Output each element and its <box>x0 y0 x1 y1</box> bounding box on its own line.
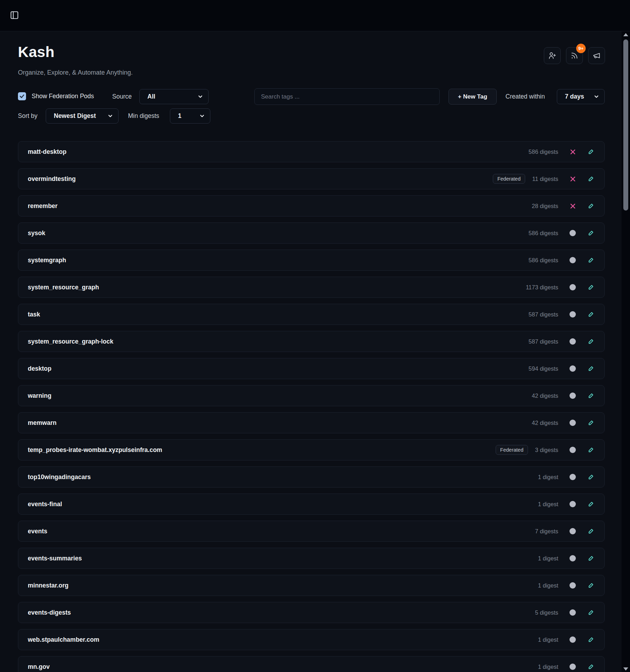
sort-by-label: Sort by <box>18 112 37 120</box>
tag-row: system_resource_graph-lock 587 digests <box>18 331 605 352</box>
digest-count: 3 digests <box>535 447 558 453</box>
delete-tag-button[interactable] <box>569 203 577 209</box>
edit-tag-button[interactable] <box>587 501 595 508</box>
digest-count: 1 digest <box>538 555 558 562</box>
scroll-down-arrow-icon[interactable] <box>623 667 628 671</box>
edit-tag-button[interactable] <box>587 419 595 426</box>
close-icon <box>569 203 576 209</box>
digest-count: 42 digests <box>532 420 558 426</box>
source-label: Source <box>112 93 132 100</box>
pencil-icon <box>587 338 594 345</box>
source-select[interactable]: All <box>139 89 209 104</box>
min-digests-label: Min digests <box>128 112 159 120</box>
feed-button[interactable]: 9+ <box>566 47 583 64</box>
sort-by-select[interactable]: Newest Digest <box>46 108 119 124</box>
delete-tag-button[interactable] <box>569 176 577 182</box>
pencil-icon <box>587 636 594 643</box>
tag-name: events-summaries <box>28 555 538 562</box>
tag-name: events-digests <box>28 609 535 616</box>
digest-count: 586 digests <box>529 257 558 264</box>
edit-tag-button[interactable] <box>587 175 595 182</box>
edit-tag-button[interactable] <box>587 338 595 345</box>
scroll-up-arrow-icon[interactable] <box>623 33 628 36</box>
tag-name: remember <box>28 202 532 210</box>
edit-tag-button[interactable] <box>587 148 595 155</box>
status-indicator <box>569 636 577 643</box>
edit-tag-button[interactable] <box>587 392 595 399</box>
status-dot-icon <box>569 447 576 453</box>
notification-badge: 9+ <box>576 44 586 53</box>
edit-tag-button[interactable] <box>587 663 595 670</box>
edit-tag-button[interactable] <box>587 555 595 562</box>
pencil-icon <box>587 446 594 453</box>
page-title: Kash <box>18 44 55 61</box>
created-within-select[interactable]: 7 days <box>557 89 605 104</box>
tag-name: minnestar.org <box>28 582 538 589</box>
pencil-icon <box>587 609 594 616</box>
edit-tag-button[interactable] <box>587 473 595 481</box>
tag-row: task 587 digests <box>18 304 605 325</box>
digest-count: 1 digest <box>538 501 558 508</box>
tag-name: memwarn <box>28 419 532 427</box>
edit-tag-button[interactable] <box>587 609 595 616</box>
scrollbar-thumb[interactable] <box>623 39 628 211</box>
digest-count: 586 digests <box>529 149 558 155</box>
announcements-button[interactable] <box>588 47 605 64</box>
pencil-icon <box>587 419 594 426</box>
tag-row: warning 42 digests <box>18 385 605 406</box>
tag-row: top10wingadingacars 1 digest <box>18 466 605 488</box>
digest-count: 11 digests <box>532 176 558 182</box>
add-user-button[interactable] <box>544 47 561 64</box>
search-input[interactable] <box>254 88 440 105</box>
status-dot-icon <box>569 420 576 426</box>
checkbox-checked-icon[interactable] <box>18 92 26 100</box>
pencil-icon <box>587 257 594 264</box>
tag-row: matt-desktop 586 digests <box>18 141 605 162</box>
digest-count: 28 digests <box>532 203 558 209</box>
pencil-icon <box>587 528 594 535</box>
sidebar-toggle-icon[interactable] <box>9 10 20 20</box>
status-indicator <box>569 609 577 616</box>
tag-name: overmindtesting <box>28 175 493 183</box>
rss-icon <box>571 52 578 59</box>
status-dot-icon <box>569 582 576 589</box>
status-indicator <box>569 284 577 290</box>
status-dot-icon <box>569 474 576 480</box>
tag-row: desktop 594 digests <box>18 358 605 379</box>
edit-tag-button[interactable] <box>587 528 595 535</box>
pencil-icon <box>587 311 594 318</box>
edit-tag-button[interactable] <box>587 582 595 589</box>
edit-tag-button[interactable] <box>587 257 595 264</box>
status-dot-icon <box>569 257 576 263</box>
edit-tag-button[interactable] <box>587 365 595 372</box>
tag-row: events-final 1 digest <box>18 494 605 515</box>
status-indicator <box>569 528 577 534</box>
min-digests-select[interactable]: 1 <box>170 108 210 124</box>
status-indicator <box>569 582 577 589</box>
status-indicator <box>569 365 577 372</box>
edit-tag-button[interactable] <box>587 284 595 291</box>
status-dot-icon <box>569 664 576 670</box>
edit-tag-button[interactable] <box>587 202 595 209</box>
edit-tag-button[interactable] <box>587 311 595 318</box>
status-dot-icon <box>569 365 576 372</box>
tag-name: top10wingadingacars <box>28 473 538 481</box>
status-dot-icon <box>569 284 576 290</box>
digest-count: 586 digests <box>529 230 558 237</box>
edit-tag-button[interactable] <box>587 636 595 643</box>
tag-row: memwarn 42 digests <box>18 412 605 433</box>
scrollbar[interactable] <box>622 31 630 672</box>
new-tag-button[interactable]: + New Tag <box>448 89 497 105</box>
tag-row: events 7 digests <box>18 521 605 542</box>
show-federation-pods-checkbox[interactable]: Show Federation Pods <box>18 92 94 100</box>
delete-tag-button[interactable] <box>569 149 577 155</box>
page-subtitle: Organize, Explore, & Automate Anything. <box>18 69 133 76</box>
edit-tag-button[interactable] <box>587 446 595 453</box>
tag-name: temp_probes-irate-wombat.xyzpulseinfra.c… <box>28 446 496 454</box>
edit-tag-button[interactable] <box>587 230 595 237</box>
tag-name: task <box>28 311 529 318</box>
status-indicator <box>569 447 577 453</box>
digest-count: 7 digests <box>535 528 558 535</box>
digest-count: 594 digests <box>529 365 558 372</box>
chevron-down-icon <box>199 113 205 119</box>
